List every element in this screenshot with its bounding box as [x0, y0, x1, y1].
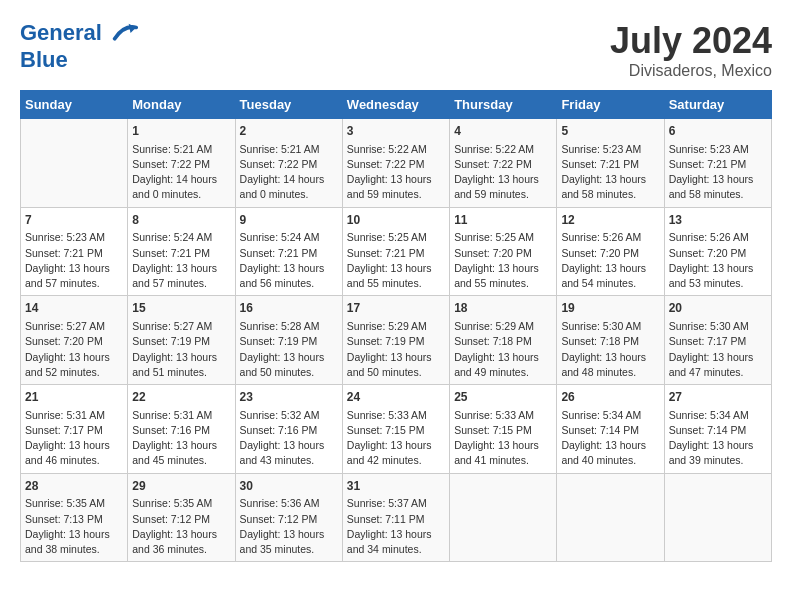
calendar-cell: 24Sunrise: 5:33 AM Sunset: 7:15 PM Dayli…	[342, 385, 449, 474]
day-number: 15	[132, 300, 230, 317]
cell-info: Sunrise: 5:25 AM Sunset: 7:20 PM Dayligh…	[454, 230, 552, 291]
cell-info: Sunrise: 5:25 AM Sunset: 7:21 PM Dayligh…	[347, 230, 445, 291]
cell-info: Sunrise: 5:33 AM Sunset: 7:15 PM Dayligh…	[347, 408, 445, 469]
day-number: 26	[561, 389, 659, 406]
weekday-header-sunday: Sunday	[21, 91, 128, 119]
cell-info: Sunrise: 5:24 AM Sunset: 7:21 PM Dayligh…	[132, 230, 230, 291]
calendar-cell: 9Sunrise: 5:24 AM Sunset: 7:21 PM Daylig…	[235, 207, 342, 296]
day-number: 22	[132, 389, 230, 406]
cell-info: Sunrise: 5:22 AM Sunset: 7:22 PM Dayligh…	[454, 142, 552, 203]
weekday-header-row: SundayMondayTuesdayWednesdayThursdayFrid…	[21, 91, 772, 119]
cell-info: Sunrise: 5:33 AM Sunset: 7:15 PM Dayligh…	[454, 408, 552, 469]
day-number: 30	[240, 478, 338, 495]
calendar-cell: 26Sunrise: 5:34 AM Sunset: 7:14 PM Dayli…	[557, 385, 664, 474]
day-number: 18	[454, 300, 552, 317]
calendar-cell: 10Sunrise: 5:25 AM Sunset: 7:21 PM Dayli…	[342, 207, 449, 296]
calendar-cell: 21Sunrise: 5:31 AM Sunset: 7:17 PM Dayli…	[21, 385, 128, 474]
day-number: 28	[25, 478, 123, 495]
day-number: 10	[347, 212, 445, 229]
calendar-cell: 4Sunrise: 5:22 AM Sunset: 7:22 PM Daylig…	[450, 119, 557, 208]
day-number: 25	[454, 389, 552, 406]
calendar-cell: 25Sunrise: 5:33 AM Sunset: 7:15 PM Dayli…	[450, 385, 557, 474]
calendar-week-row: 7Sunrise: 5:23 AM Sunset: 7:21 PM Daylig…	[21, 207, 772, 296]
day-number: 8	[132, 212, 230, 229]
calendar-cell	[557, 473, 664, 562]
day-number: 7	[25, 212, 123, 229]
calendar-cell: 7Sunrise: 5:23 AM Sunset: 7:21 PM Daylig…	[21, 207, 128, 296]
cell-info: Sunrise: 5:35 AM Sunset: 7:12 PM Dayligh…	[132, 496, 230, 557]
weekday-header-thursday: Thursday	[450, 91, 557, 119]
logo-icon	[110, 20, 138, 48]
calendar-cell	[664, 473, 771, 562]
cell-info: Sunrise: 5:21 AM Sunset: 7:22 PM Dayligh…	[132, 142, 230, 203]
day-number: 5	[561, 123, 659, 140]
day-number: 24	[347, 389, 445, 406]
calendar-cell: 31Sunrise: 5:37 AM Sunset: 7:11 PM Dayli…	[342, 473, 449, 562]
page-header: General Blue July 2024 Divisaderos, Mexi…	[20, 20, 772, 80]
day-number: 16	[240, 300, 338, 317]
cell-info: Sunrise: 5:31 AM Sunset: 7:17 PM Dayligh…	[25, 408, 123, 469]
cell-info: Sunrise: 5:29 AM Sunset: 7:18 PM Dayligh…	[454, 319, 552, 380]
calendar-week-row: 28Sunrise: 5:35 AM Sunset: 7:13 PM Dayli…	[21, 473, 772, 562]
calendar-cell: 22Sunrise: 5:31 AM Sunset: 7:16 PM Dayli…	[128, 385, 235, 474]
calendar-table: SundayMondayTuesdayWednesdayThursdayFrid…	[20, 90, 772, 562]
weekday-header-tuesday: Tuesday	[235, 91, 342, 119]
weekday-header-saturday: Saturday	[664, 91, 771, 119]
calendar-cell: 27Sunrise: 5:34 AM Sunset: 7:14 PM Dayli…	[664, 385, 771, 474]
logo-text: General Blue	[20, 20, 138, 72]
cell-info: Sunrise: 5:35 AM Sunset: 7:13 PM Dayligh…	[25, 496, 123, 557]
day-number: 17	[347, 300, 445, 317]
calendar-cell: 18Sunrise: 5:29 AM Sunset: 7:18 PM Dayli…	[450, 296, 557, 385]
calendar-cell: 29Sunrise: 5:35 AM Sunset: 7:12 PM Dayli…	[128, 473, 235, 562]
cell-info: Sunrise: 5:28 AM Sunset: 7:19 PM Dayligh…	[240, 319, 338, 380]
calendar-cell: 19Sunrise: 5:30 AM Sunset: 7:18 PM Dayli…	[557, 296, 664, 385]
calendar-cell: 8Sunrise: 5:24 AM Sunset: 7:21 PM Daylig…	[128, 207, 235, 296]
cell-info: Sunrise: 5:30 AM Sunset: 7:18 PM Dayligh…	[561, 319, 659, 380]
cell-info: Sunrise: 5:23 AM Sunset: 7:21 PM Dayligh…	[561, 142, 659, 203]
cell-info: Sunrise: 5:23 AM Sunset: 7:21 PM Dayligh…	[25, 230, 123, 291]
calendar-cell: 3Sunrise: 5:22 AM Sunset: 7:22 PM Daylig…	[342, 119, 449, 208]
cell-info: Sunrise: 5:21 AM Sunset: 7:22 PM Dayligh…	[240, 142, 338, 203]
calendar-week-row: 21Sunrise: 5:31 AM Sunset: 7:17 PM Dayli…	[21, 385, 772, 474]
weekday-header-monday: Monday	[128, 91, 235, 119]
day-number: 19	[561, 300, 659, 317]
day-number: 3	[347, 123, 445, 140]
day-number: 27	[669, 389, 767, 406]
logo-line2: Blue	[20, 47, 68, 72]
day-number: 1	[132, 123, 230, 140]
calendar-cell: 2Sunrise: 5:21 AM Sunset: 7:22 PM Daylig…	[235, 119, 342, 208]
day-number: 31	[347, 478, 445, 495]
cell-info: Sunrise: 5:30 AM Sunset: 7:17 PM Dayligh…	[669, 319, 767, 380]
cell-info: Sunrise: 5:23 AM Sunset: 7:21 PM Dayligh…	[669, 142, 767, 203]
calendar-cell: 16Sunrise: 5:28 AM Sunset: 7:19 PM Dayli…	[235, 296, 342, 385]
cell-info: Sunrise: 5:37 AM Sunset: 7:11 PM Dayligh…	[347, 496, 445, 557]
day-number: 23	[240, 389, 338, 406]
cell-info: Sunrise: 5:31 AM Sunset: 7:16 PM Dayligh…	[132, 408, 230, 469]
day-number: 11	[454, 212, 552, 229]
calendar-cell: 11Sunrise: 5:25 AM Sunset: 7:20 PM Dayli…	[450, 207, 557, 296]
calendar-week-row: 1Sunrise: 5:21 AM Sunset: 7:22 PM Daylig…	[21, 119, 772, 208]
cell-info: Sunrise: 5:27 AM Sunset: 7:19 PM Dayligh…	[132, 319, 230, 380]
cell-info: Sunrise: 5:27 AM Sunset: 7:20 PM Dayligh…	[25, 319, 123, 380]
day-number: 4	[454, 123, 552, 140]
day-number: 6	[669, 123, 767, 140]
calendar-cell: 14Sunrise: 5:27 AM Sunset: 7:20 PM Dayli…	[21, 296, 128, 385]
calendar-cell	[450, 473, 557, 562]
cell-info: Sunrise: 5:22 AM Sunset: 7:22 PM Dayligh…	[347, 142, 445, 203]
calendar-cell: 28Sunrise: 5:35 AM Sunset: 7:13 PM Dayli…	[21, 473, 128, 562]
calendar-cell	[21, 119, 128, 208]
day-number: 13	[669, 212, 767, 229]
calendar-cell: 13Sunrise: 5:26 AM Sunset: 7:20 PM Dayli…	[664, 207, 771, 296]
cell-info: Sunrise: 5:24 AM Sunset: 7:21 PM Dayligh…	[240, 230, 338, 291]
calendar-cell: 6Sunrise: 5:23 AM Sunset: 7:21 PM Daylig…	[664, 119, 771, 208]
calendar-cell: 5Sunrise: 5:23 AM Sunset: 7:21 PM Daylig…	[557, 119, 664, 208]
calendar-cell: 1Sunrise: 5:21 AM Sunset: 7:22 PM Daylig…	[128, 119, 235, 208]
weekday-header-wednesday: Wednesday	[342, 91, 449, 119]
cell-info: Sunrise: 5:29 AM Sunset: 7:19 PM Dayligh…	[347, 319, 445, 380]
cell-info: Sunrise: 5:26 AM Sunset: 7:20 PM Dayligh…	[561, 230, 659, 291]
day-number: 29	[132, 478, 230, 495]
cell-info: Sunrise: 5:26 AM Sunset: 7:20 PM Dayligh…	[669, 230, 767, 291]
day-number: 12	[561, 212, 659, 229]
weekday-header-friday: Friday	[557, 91, 664, 119]
logo-line1: General	[20, 20, 102, 45]
